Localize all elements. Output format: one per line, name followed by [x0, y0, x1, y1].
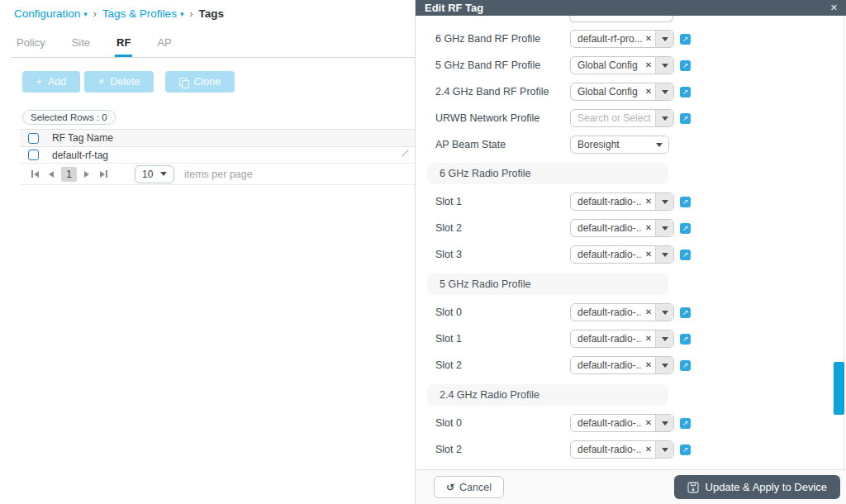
urwb-network-profile-combobox[interactable]: Search or Select [570, 109, 674, 127]
delete-button[interactable]: × Delete [84, 71, 154, 93]
delete-button-label: Delete [110, 76, 140, 88]
field-label: URWB Network Profile [435, 112, 570, 124]
interactive-help-icon[interactable]: ↗ [680, 87, 691, 97]
combobox-value: Global Config [571, 57, 642, 74]
chevron-down-icon[interactable] [655, 31, 673, 47]
previous-page-button[interactable] [43, 167, 59, 182]
combobox-value: default-rf-pro... [571, 31, 642, 47]
slot-label: Slot 0 [435, 307, 570, 318]
interactive-help-icon[interactable]: ↗ [680, 34, 691, 45]
clear-icon[interactable]: ✕ [642, 193, 655, 210]
panel-body: 6 GHz Band RF Profile default-rf-pro... … [416, 16, 844, 469]
clear-icon[interactable]: ✕ [642, 330, 655, 347]
chevron-down-icon[interactable] [655, 57, 673, 74]
first-page-button[interactable] [26, 167, 43, 182]
ap-beam-state-select[interactable]: Boresight [570, 136, 669, 154]
interactive-help-icon[interactable]: ↗ [680, 418, 691, 429]
close-icon[interactable]: ✕ [830, 2, 838, 13]
edit-rf-tag-panel: Edit RF Tag ✕ 6 GHz Band RF Profile defa… [415, 0, 846, 504]
clear-icon[interactable]: ✕ [642, 357, 655, 373]
add-button-label: Add [48, 76, 66, 88]
x-icon: × [98, 76, 104, 88]
add-button[interactable]: + Add [22, 71, 80, 93]
field-label: AP Beam State [435, 139, 570, 150]
5ghz-slot0-combobox[interactable]: default-radio-... ✕ [570, 303, 674, 321]
24ghz-slot0-combobox[interactable]: default-radio-... ✕ [570, 414, 674, 432]
update-apply-button[interactable]: Update & Apply to Device [674, 475, 840, 499]
interactive-help-icon[interactable]: ↗ [680, 223, 691, 234]
resize-handle[interactable] [402, 150, 409, 157]
chevron-down-icon[interactable] [655, 83, 673, 100]
next-page-button[interactable] [78, 167, 95, 182]
interactive-help-icon[interactable]: ↗ [680, 445, 691, 455]
interactive-help-icon[interactable]: ↗ [680, 250, 691, 260]
6ghz-slot1-combobox[interactable]: default-radio-... ✕ [570, 193, 674, 211]
6ghz-band-rf-profile-combobox[interactable]: default-rf-pro... ✕ [570, 30, 674, 48]
interactive-help-icon[interactable]: ↗ [680, 307, 691, 318]
page-size-select[interactable]: 10 [135, 165, 174, 183]
combobox-value: default-radio-... [571, 246, 642, 263]
chevron-down-icon[interactable] [655, 330, 673, 347]
24ghz-band-rf-profile-combobox[interactable]: Global Config ✕ [570, 83, 674, 101]
interactive-help-icon[interactable]: ↗ [680, 60, 691, 71]
pagination-bar: 1 10 items per page [20, 164, 415, 185]
app-root: Configuration ▾ › Tags & Profiles ▾ › Ta… [0, 0, 846, 504]
interactive-help-icon[interactable]: ↗ [680, 334, 691, 345]
combobox-value: default-radio-... [571, 304, 642, 321]
select-all-checkbox[interactable] [28, 133, 39, 144]
table-row[interactable]: default-rf-tag [20, 147, 415, 164]
selected-rows-badge: Selected Rows : 0 [22, 110, 116, 125]
combobox-value: default-radio-... [571, 415, 642, 431]
last-page-button[interactable] [95, 167, 112, 182]
breadcrumb-label: Tags & Profiles [102, 7, 177, 20]
slot-label: Slot 2 [435, 222, 570, 234]
panel-scrollbar-thumb[interactable] [834, 362, 844, 415]
chevron-down-icon[interactable] [655, 193, 673, 210]
chevron-down-icon[interactable] [650, 136, 668, 153]
breadcrumb-configuration[interactable]: Configuration ▾ [14, 7, 88, 20]
chevron-down-icon[interactable] [655, 246, 673, 263]
interactive-help-icon[interactable]: ↗ [680, 113, 691, 124]
clear-icon[interactable]: ✕ [642, 246, 655, 263]
row-checkbox[interactable] [28, 150, 39, 160]
clear-icon[interactable]: ✕ [642, 31, 655, 47]
tab-site[interactable]: Site [70, 33, 92, 57]
clear-icon[interactable]: ✕ [642, 415, 655, 431]
clear-icon[interactable]: ✕ [642, 441, 655, 458]
breadcrumb-separator: › [189, 8, 192, 20]
tab-ap[interactable]: AP [155, 33, 173, 57]
cancel-button[interactable]: ↺ Cancel [434, 476, 504, 498]
chevron-down-icon[interactable] [655, 220, 673, 236]
6ghz-slot3-combobox[interactable]: default-radio-... ✕ [570, 245, 674, 264]
breadcrumb-tags-profiles[interactable]: Tags & Profiles ▾ [102, 7, 184, 20]
6ghz-slot2-combobox[interactable]: default-radio-... ✕ [570, 219, 674, 237]
chevron-down-icon[interactable] [655, 357, 673, 373]
update-apply-button-label: Update & Apply to Device [706, 481, 827, 493]
clone-button[interactable]: Clone [165, 71, 235, 93]
field-label: 2.4 GHz Band RF Profile [435, 86, 570, 97]
field-label: 5 GHz Band RF Profile [435, 59, 570, 71]
panel-title: Edit RF Tag [425, 2, 483, 14]
clear-icon[interactable]: ✕ [642, 83, 655, 100]
breadcrumb-label: Configuration [14, 7, 80, 20]
chevron-down-icon[interactable] [655, 441, 673, 458]
slot-label: Slot 1 [435, 333, 570, 345]
clone-button-label: Clone [193, 76, 221, 88]
clear-icon[interactable]: ✕ [642, 220, 655, 236]
5ghz-band-rf-profile-combobox[interactable]: Global Config ✕ [570, 56, 674, 74]
5ghz-slot2-combobox[interactable]: default-radio-... ✕ [570, 356, 674, 374]
combobox-value: default-radio-... [571, 357, 642, 373]
interactive-help-icon[interactable]: ↗ [680, 197, 691, 207]
section-header-6ghz-radio-profile: 6 GHz Radio Profile [427, 163, 668, 184]
5ghz-slot1-combobox[interactable]: default-radio-... ✕ [570, 330, 674, 348]
tab-rf[interactable]: RF [115, 33, 132, 57]
chevron-down-icon[interactable] [655, 304, 673, 321]
chevron-down-icon[interactable] [655, 110, 673, 126]
tab-policy[interactable]: Policy [15, 33, 47, 57]
interactive-help-icon[interactable]: ↗ [680, 360, 691, 371]
current-page-button[interactable]: 1 [61, 167, 77, 182]
24ghz-slot2-combobox[interactable]: default-radio-... ✕ [570, 440, 674, 459]
chevron-down-icon[interactable] [655, 415, 673, 431]
clear-icon[interactable]: ✕ [642, 304, 655, 321]
clear-icon[interactable]: ✕ [642, 57, 655, 74]
